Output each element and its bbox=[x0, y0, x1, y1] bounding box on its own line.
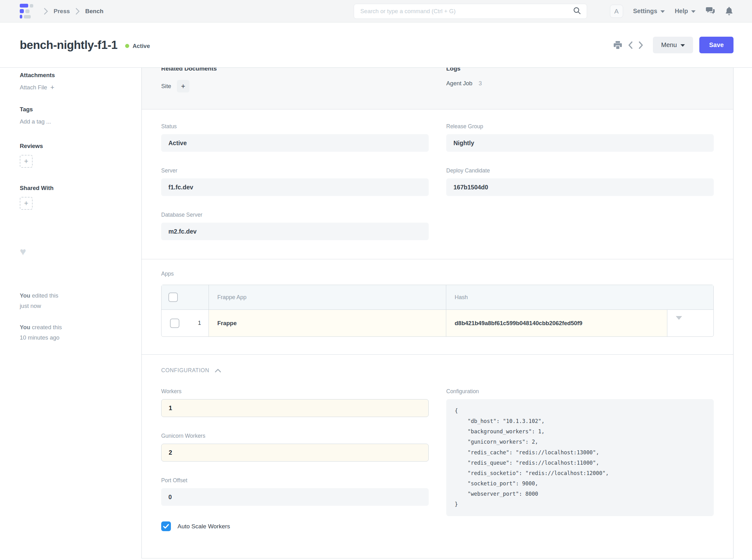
avatar[interactable]: A bbox=[610, 5, 623, 18]
search-icon[interactable] bbox=[573, 6, 581, 16]
agent-job-link[interactable]: Agent Job bbox=[446, 80, 472, 87]
add-tag-input[interactable]: Add a tag ... bbox=[20, 118, 51, 125]
frappe-app-cell[interactable]: Frappe bbox=[209, 310, 446, 336]
configuration-json-label: Configuration bbox=[446, 388, 714, 395]
hash-column-header: Hash bbox=[446, 285, 667, 310]
config-right-column: Configuration { "db_host": "10.1.3.102",… bbox=[446, 388, 714, 531]
gunicorn-workers-field: Gunicorn Workers 2 bbox=[161, 433, 429, 462]
workers-field: Workers 1 bbox=[161, 388, 429, 417]
chat-icon[interactable] bbox=[706, 7, 715, 15]
apps-label: Apps bbox=[161, 271, 714, 277]
row-checkbox[interactable] bbox=[170, 319, 179, 328]
hash-cell[interactable]: d8b421b49a8bf61c599b048140cbb2062fed50f9 bbox=[446, 310, 667, 336]
notifications-bell-icon[interactable] bbox=[725, 6, 733, 16]
created-entry: You created this10 minutes ago bbox=[20, 322, 130, 343]
apps-table-header: Frappe App Hash bbox=[161, 285, 713, 310]
reviews-title: Reviews bbox=[20, 143, 130, 149]
row-index: 1 bbox=[198, 320, 201, 326]
related-documents-block: Related Documents Site + bbox=[161, 68, 429, 109]
port-offset-value[interactable]: 0 bbox=[161, 488, 429, 506]
menu-button[interactable]: Menu bbox=[653, 37, 693, 53]
document-header: bench-nightly-f1-1 Active Menu Save bbox=[0, 23, 752, 68]
configuration-json: { "db_host": "10.1.3.102", "background_w… bbox=[446, 399, 714, 516]
next-document-icon[interactable] bbox=[638, 41, 644, 49]
database-server-value[interactable]: m2.fc.dev bbox=[161, 223, 429, 240]
chevron-down-icon bbox=[660, 11, 665, 13]
header-actions: Menu Save bbox=[613, 37, 733, 53]
release-group-value[interactable]: Nightly bbox=[446, 134, 714, 152]
attachments-title: Attachments bbox=[20, 72, 130, 79]
deploy-candidate-field: Deploy Candidate 167b1504d0 bbox=[446, 167, 714, 196]
plus-icon: + bbox=[181, 82, 185, 91]
navbar-right: A Settings Help bbox=[610, 5, 733, 18]
form-body: Related Documents Site + Logs Agent Job … bbox=[141, 68, 733, 558]
add-share-button[interactable]: + bbox=[20, 197, 33, 210]
breadcrumb: Press Bench bbox=[44, 8, 103, 15]
breadcrumb-press[interactable]: Press bbox=[54, 8, 70, 15]
status-label: Active bbox=[133, 43, 150, 49]
release-group-field: Release Group Nightly bbox=[446, 123, 714, 152]
configuration-section: CONFIGURATION Workers 1 Gunicorn Workers… bbox=[142, 355, 733, 558]
form-dashboard: Related Documents Site + Logs Agent Job … bbox=[142, 68, 733, 109]
add-site-button[interactable]: + bbox=[177, 80, 190, 93]
auto-scale-checkbox[interactable] bbox=[161, 521, 171, 531]
deploy-candidate-value[interactable]: 167b1504d0 bbox=[446, 178, 714, 196]
workers-input[interactable]: 1 bbox=[161, 399, 429, 417]
help-dropdown[interactable]: Help bbox=[675, 7, 696, 15]
chevron-right-icon bbox=[76, 8, 80, 15]
agent-job-count: 3 bbox=[478, 80, 482, 87]
server-field: Server f1.fc.dev bbox=[161, 167, 429, 196]
global-search bbox=[354, 4, 587, 19]
save-button[interactable]: Save bbox=[699, 37, 733, 53]
add-review-button[interactable]: + bbox=[20, 155, 33, 168]
edited-entry: You edited thisjust now bbox=[20, 291, 130, 311]
apps-section: Apps Frappe App Hash bbox=[142, 259, 733, 355]
activity-log: You edited thisjust now You created this… bbox=[20, 291, 130, 343]
status-indicator: Active bbox=[125, 43, 150, 49]
auto-scale-label[interactable]: Auto Scale Workers bbox=[178, 523, 230, 530]
site-link[interactable]: Site bbox=[161, 83, 171, 90]
status-value[interactable]: Active bbox=[161, 134, 429, 152]
right-column: Release Group Nightly Deploy Candidate 1… bbox=[446, 123, 714, 256]
related-documents-title: Related Documents bbox=[161, 68, 429, 72]
plus-icon: + bbox=[24, 157, 28, 165]
attach-file-button[interactable]: Attach File + bbox=[20, 84, 54, 91]
config-left-column: Workers 1 Gunicorn Workers 2 Port Offset… bbox=[161, 388, 429, 531]
details-section: Status Active Server f1.fc.dev Database … bbox=[142, 109, 733, 259]
prev-document-icon[interactable] bbox=[628, 41, 633, 49]
plus-icon: + bbox=[50, 84, 54, 91]
row-expand-icon[interactable] bbox=[676, 316, 682, 326]
frappe-app-column-header: Frappe App bbox=[209, 285, 446, 310]
configuration-section-toggle[interactable]: CONFIGURATION bbox=[161, 367, 714, 374]
port-offset-field: Port Offset 0 bbox=[161, 477, 429, 506]
apps-table: Frappe App Hash 1 Frappe bbox=[161, 285, 714, 337]
shared-with-title: Shared With bbox=[20, 185, 130, 192]
frappe-logo-icon[interactable] bbox=[20, 4, 33, 19]
database-server-field: Database Server m2.fc.dev bbox=[161, 212, 429, 240]
like-heart-icon[interactable]: ♥ bbox=[20, 246, 130, 257]
breadcrumb-bench[interactable]: Bench bbox=[85, 8, 103, 15]
chevron-down-icon bbox=[680, 44, 685, 47]
gunicorn-workers-input[interactable]: 2 bbox=[161, 444, 429, 462]
print-icon[interactable] bbox=[613, 41, 622, 49]
status-field: Status Active bbox=[161, 123, 429, 152]
logs-title: Logs bbox=[446, 68, 714, 72]
chevron-down-icon bbox=[691, 11, 696, 13]
page-title: bench-nightly-f1-1 bbox=[20, 39, 118, 52]
left-column: Status Active Server f1.fc.dev Database … bbox=[161, 123, 429, 256]
search-input[interactable] bbox=[360, 8, 573, 15]
table-row: 1 Frappe d8b421b49a8bf61c599b048140cbb20… bbox=[161, 310, 713, 336]
auto-scale-workers-field: Auto Scale Workers bbox=[161, 521, 429, 531]
navbar: Press Bench A Settings Help bbox=[0, 0, 752, 23]
form-sidebar: Attachments Attach File + Tags Add a tag… bbox=[0, 68, 141, 558]
logs-block: Logs Agent Job 3 bbox=[446, 68, 714, 109]
tags-title: Tags bbox=[20, 106, 130, 113]
plus-icon: + bbox=[24, 199, 28, 207]
chevron-right-icon bbox=[44, 8, 48, 15]
settings-dropdown[interactable]: Settings bbox=[633, 7, 665, 15]
select-all-checkbox[interactable] bbox=[169, 293, 178, 302]
server-value[interactable]: f1.fc.dev bbox=[161, 178, 429, 196]
chevron-up-icon bbox=[215, 369, 221, 373]
status-dot-icon bbox=[125, 44, 129, 48]
